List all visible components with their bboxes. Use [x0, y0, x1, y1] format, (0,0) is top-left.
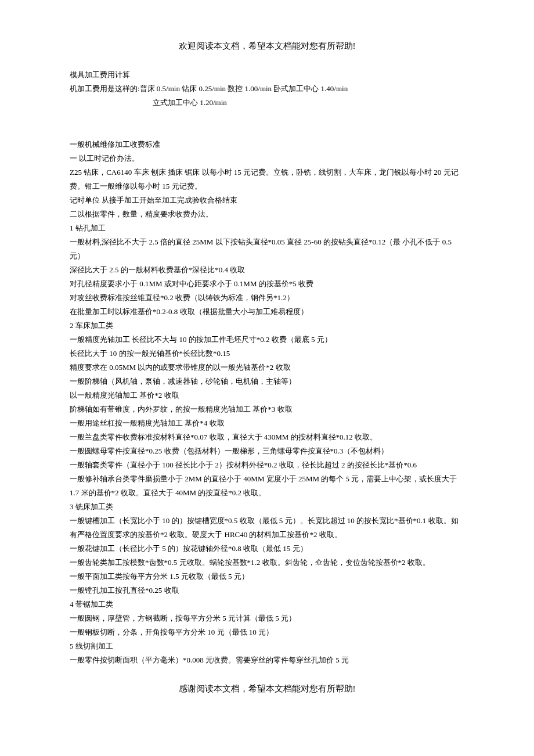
text-line: 一般零件按切断面积（平方毫米）*0.008 元收费。需要穿丝的零件每穿丝孔加价 … [70, 653, 464, 667]
text-line: 一般键槽加工（长宽比小于 10 的）按键槽宽度*0.5 收取（最低 5 元）。长… [70, 514, 464, 542]
text-line: 深径比大于 2.5 的一般材料收费基价*深径比*0.4 收取 [70, 263, 464, 277]
text-line: 一般阶梯轴（风机轴，泵轴，减速器轴，砂轮轴，电机轴，主轴等） [70, 375, 464, 388]
text-line: Z25 钻床，CA6140 车床 刨床 插床 锯床 以每小时 15 元记费。立铣… [70, 165, 464, 193]
text-line: 5 线切割加工 [70, 639, 464, 653]
text-line-indented: 立式加工中心 1.20/min [70, 96, 464, 110]
text-line: 一般镗孔加工按孔直径*0.25 收取 [70, 584, 464, 597]
text-line: 一般修补轴承台类零件磨损量小于 2MM 的直径小于 40MM 宽度小于 25MM… [70, 472, 464, 500]
text-line: 1 钻孔加工 [70, 221, 464, 235]
text-line: 一般钢板切断，分条，开角按每平方分米 10 元（最低 10 元） [70, 625, 464, 639]
text-line: 一般机械维修加工收费标准 [70, 138, 464, 152]
page-header: 欢迎阅读本文档，希望本文档能对您有所帮助! [70, 41, 464, 52]
text-line: 一般材料,深径比不大于 2.5 倍的直径 25MM 以下按钻头直径*0.05 直… [70, 235, 464, 263]
text-line: 以一般精度光轴加工 基价*2 收取 [70, 388, 464, 402]
document-page: 欢迎阅读本文档，希望本文档能对您有所帮助! 模具加工费用计算机加工费用是这样的:… [0, 0, 534, 729]
text-line: 一般精度光轴加工 长径比不大与 10 的按加工件毛坯尺寸*0.2 收费（最底 5… [70, 333, 464, 347]
text-line: 二以根据零件，数量，精度要求收费办法。 [70, 207, 464, 221]
text-line: 一般用途丝杠按一般精度光轴加工 基价*4 收取 [70, 416, 464, 430]
text-line: 4 带锯加工类 [70, 597, 464, 611]
text-line: 一 以工时记价办法。 [70, 152, 464, 165]
text-line: 一般齿轮类加工按模数*齿数*0.5 元收取。蜗轮按基数*1.2 收取。斜齿轮，伞… [70, 556, 464, 570]
text-line: 记时单位 从接手加工开始至加工完成验收合格结束 [70, 193, 464, 207]
text-line: 一般花键加工（长径比小于 5 的）按花键轴外径*0.8 收取（最低 15 元） [70, 542, 464, 556]
text-line: 一般圆钢，厚壁管，方钢截断，按每平方分米 5 元计算（最低 5 元） [70, 611, 464, 625]
blank-line [70, 110, 464, 138]
text-line: 2 车床加工类 [70, 319, 464, 333]
text-line: 模具加工费用计算 [70, 68, 464, 82]
text-line: 3 铣床加工类 [70, 500, 464, 514]
text-line: 长径比大于 10 的按一般光轴基价*长径比数*0.15 [70, 347, 464, 361]
text-line: 一般平面加工类按每平方分米 1.5 元收取（最低 5 元） [70, 570, 464, 584]
text-line: 对孔径精度要求小于 0.1MM 或对中心距要求小于 0.1MM 的按基价*5 收… [70, 277, 464, 291]
text-line: 一般轴套类零件（直径小于 100 径长比小于 2）按材料外径*0.2 收取，径长… [70, 458, 464, 472]
text-line: 精度要求在 0.05MM 以内的或要求带锥度的以一般光轴基价*2 收取 [70, 361, 464, 375]
text-line: 阶梯轴如有带锥度，内外罗纹，的按一般精度光轴加工 基价*3 收取 [70, 402, 464, 416]
text-line: 一般圆螺母零件按直径*0.25 收费（包括材料）一般梯形，三角螺母零件按直径*0… [70, 444, 464, 458]
text-line: 机加工费用是这样的:普床 0.5/min 钻床 0.25/min 数控 1.00… [70, 82, 464, 96]
page-footer: 感谢阅读本文档，希望本文档能对您有所帮助! [70, 683, 464, 694]
document-body: 模具加工费用计算机加工费用是这样的:普床 0.5/min 钻床 0.25/min… [70, 68, 464, 667]
text-line: 在批量加工时以标准基价*0.2-0.8 收取（根据批量大小与加工难易程度） [70, 305, 464, 319]
text-line: 对攻丝收费标准按丝锥直径*0.2 收费（以铸铁为标准，钢件另*1.2） [70, 291, 464, 305]
text-line: 一般兰盘类零件收费标准按材料直径*0.07 收取，直径大于 430MM 的按材料… [70, 430, 464, 444]
